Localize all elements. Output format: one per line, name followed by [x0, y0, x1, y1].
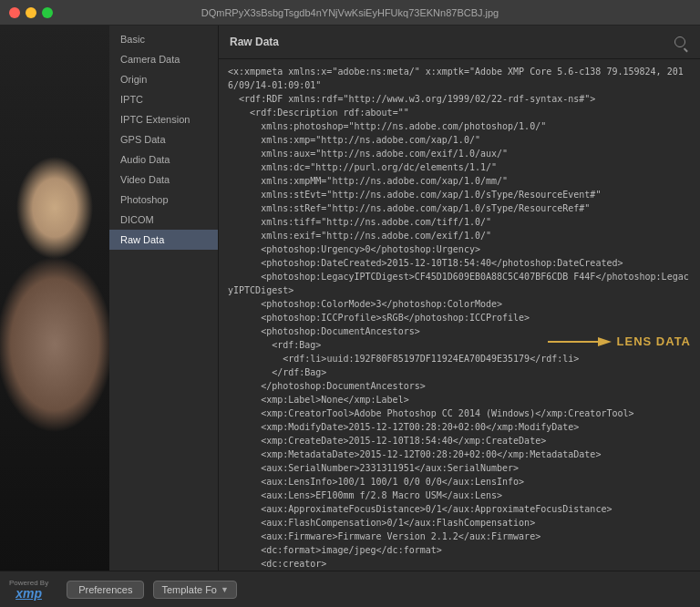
- chevron-down-icon: ▼: [221, 585, 229, 594]
- powered-by-section: Powered By xmp: [9, 579, 48, 601]
- content-area: Raw Data <x:xmpmeta xmlns:x="adobe:ns:me…: [219, 26, 700, 571]
- sidebar-item-raw-data[interactable]: Raw Data: [109, 230, 218, 250]
- lens-annotation: LENS DATA: [548, 333, 691, 351]
- sidebar: Basic Camera Data Origin IPTC IPTC Exten…: [109, 26, 219, 571]
- preferences-button[interactable]: Preferences: [67, 581, 144, 599]
- xml-viewer[interactable]: <x:xmpmeta xmlns:x="adobe:ns:meta/" x:xm…: [219, 59, 700, 571]
- lens-label: LENS DATA: [617, 333, 691, 351]
- sidebar-item-basic[interactable]: Basic: [109, 29, 218, 49]
- search-button[interactable]: [671, 33, 689, 51]
- sidebar-item-photoshop[interactable]: Photoshop: [109, 190, 218, 210]
- sidebar-item-dicom[interactable]: DICOM: [109, 210, 218, 230]
- bottom-bar: Powered By xmp Preferences Template Fo ▼: [0, 571, 700, 607]
- close-button[interactable]: [9, 7, 20, 18]
- sidebar-item-gps-data[interactable]: GPS Data: [109, 129, 218, 149]
- sidebar-item-iptc-extension[interactable]: IPTC Extension: [109, 109, 218, 129]
- search-icon: [674, 36, 685, 47]
- panel-title: Raw Data: [230, 36, 279, 48]
- sidebar-item-origin[interactable]: Origin: [109, 69, 218, 89]
- svg-marker-1: [598, 337, 612, 346]
- image-panel: [0, 26, 109, 571]
- minimize-button[interactable]: [26, 7, 36, 18]
- template-label: Template Fo: [161, 584, 217, 595]
- sidebar-item-video-data[interactable]: Video Data: [109, 170, 218, 190]
- content-header: Raw Data: [219, 26, 700, 59]
- maximize-button[interactable]: [42, 7, 53, 18]
- template-dropdown-button[interactable]: Template Fo ▼: [153, 581, 236, 599]
- xmp-logo: xmp: [15, 587, 42, 600]
- image-preview: [0, 26, 109, 571]
- sidebar-item-iptc[interactable]: IPTC: [109, 89, 218, 109]
- lens-arrow-line: [548, 333, 612, 351]
- main-layout: Basic Camera Data Origin IPTC IPTC Exten…: [0, 26, 700, 571]
- window-title: DQmRPyX3sBsbgTsgdb4nYNjVwKsiEyHFUkq73EKN…: [201, 7, 499, 18]
- xml-text: <x:xmpmeta xmlns:x="adobe:ns:meta/" x:xm…: [228, 65, 691, 571]
- window-controls[interactable]: [9, 7, 53, 18]
- sidebar-item-audio-data[interactable]: Audio Data: [109, 149, 218, 170]
- sidebar-item-camera-data[interactable]: Camera Data: [109, 49, 218, 69]
- title-bar: DQmRPyX3sBsbgTsgdb4nYNjVwKsiEyHFUkq73EKN…: [0, 0, 700, 26]
